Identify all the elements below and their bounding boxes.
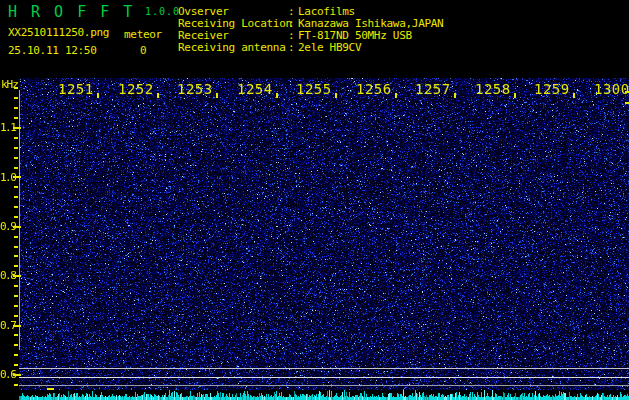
edge-tick bbox=[625, 102, 629, 104]
yaxis-unit-label: kHz bbox=[1, 78, 18, 91]
y-minor-tick bbox=[14, 265, 18, 267]
carrier-line bbox=[19, 385, 629, 386]
x-tick bbox=[335, 93, 337, 98]
y-minor-tick bbox=[14, 97, 18, 99]
y-axis-label: 1.0 bbox=[0, 172, 15, 184]
y-minor-tick bbox=[14, 344, 18, 346]
x-tick bbox=[216, 93, 218, 98]
y-minor-tick bbox=[14, 117, 18, 119]
spectrogram-canvas bbox=[19, 78, 629, 400]
bottom-left-tick bbox=[47, 388, 54, 390]
x-tick bbox=[97, 93, 99, 98]
y-minor-tick bbox=[14, 206, 18, 208]
y-minor-tick bbox=[14, 246, 18, 248]
y-minor-tick bbox=[14, 137, 18, 139]
y-minor-tick bbox=[14, 147, 18, 149]
time-label: 1253 bbox=[177, 81, 213, 97]
time-label: 1256 bbox=[356, 81, 392, 97]
time-label: 1259 bbox=[534, 81, 570, 97]
y-minor-tick bbox=[14, 196, 18, 198]
time-label: 1258 bbox=[475, 81, 511, 97]
left-edge-line bbox=[19, 90, 20, 350]
y-minor-tick bbox=[14, 87, 18, 89]
x-tick bbox=[514, 93, 516, 98]
y-minor-tick bbox=[14, 384, 18, 386]
y-minor-tick bbox=[14, 186, 18, 188]
edge-tick bbox=[625, 91, 629, 93]
y-minor-tick bbox=[14, 315, 18, 317]
y-minor-tick bbox=[14, 236, 18, 238]
y-minor-tick bbox=[14, 364, 18, 366]
y-minor-tick bbox=[14, 107, 18, 109]
y-axis-label: 0.8 bbox=[0, 270, 15, 282]
y-minor-tick bbox=[14, 354, 18, 356]
x-tick bbox=[276, 93, 278, 98]
hrofft-window: H R O F F T 1.0.0 XX2510111250.png meteo… bbox=[0, 0, 629, 400]
y-axis-label: 0.7 bbox=[0, 320, 15, 332]
carrier-line bbox=[19, 377, 629, 378]
time-label: 1252 bbox=[118, 81, 154, 97]
y-minor-tick bbox=[14, 305, 18, 307]
x-tick bbox=[573, 93, 575, 98]
y-minor-tick bbox=[14, 334, 18, 336]
carrier-line bbox=[19, 368, 629, 369]
time-label: 1300 bbox=[594, 81, 629, 97]
y-minor-tick bbox=[14, 167, 18, 169]
x-tick bbox=[454, 93, 456, 98]
y-minor-tick bbox=[14, 157, 18, 159]
y-minor-tick bbox=[14, 255, 18, 257]
time-label: 1257 bbox=[415, 81, 451, 97]
y-minor-tick bbox=[14, 295, 18, 297]
time-label: 1251 bbox=[58, 81, 94, 97]
y-minor-tick bbox=[14, 216, 18, 218]
x-tick bbox=[157, 93, 159, 98]
x-tick bbox=[395, 93, 397, 98]
time-label: 1255 bbox=[296, 81, 332, 97]
y-axis-label: 0.9 bbox=[0, 221, 15, 233]
y-minor-tick bbox=[14, 285, 18, 287]
y-axis-label: 0.6 bbox=[0, 369, 15, 381]
time-label: 1254 bbox=[237, 81, 273, 97]
spectrogram-plot: kHz 1.11.00.90.80.70.6 12511252125312541… bbox=[0, 0, 629, 400]
y-axis-label: 1.1 bbox=[0, 122, 15, 134]
